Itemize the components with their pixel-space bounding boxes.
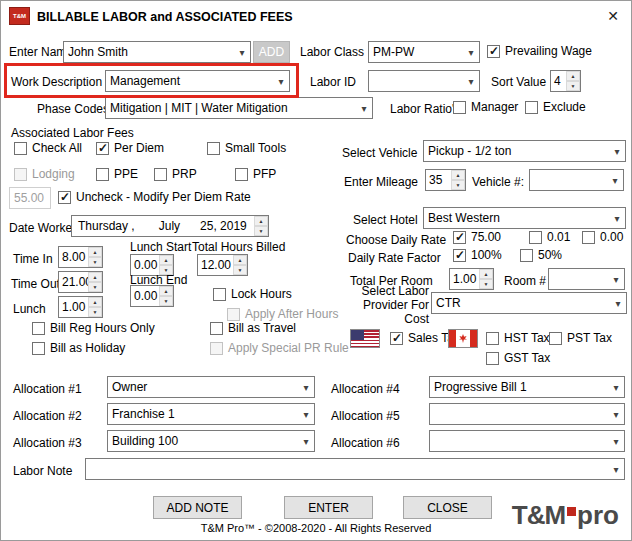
allocation-3-combobox[interactable]: Building 100 (107, 430, 315, 452)
spin-up-icon[interactable] (88, 297, 102, 307)
daily-rate-000-checkbox[interactable]: 0.00 (582, 231, 623, 244)
pst-tax-checkbox[interactable]: PST Tax (549, 332, 612, 345)
time-in-spinner[interactable]: 8.00 (58, 246, 103, 268)
chevron-down-icon[interactable] (273, 71, 289, 91)
ppe-checkbox[interactable]: PPE (96, 168, 138, 181)
allocation-3-label: Allocation #3 (13, 436, 82, 450)
checkbox-box (14, 142, 27, 155)
lunch-end-spinner[interactable]: 0.00 (130, 285, 174, 307)
allocation-5-combobox[interactable] (429, 403, 625, 425)
enter-mileage-spinner[interactable]: 35 (425, 169, 466, 191)
chevron-down-icon[interactable] (607, 170, 623, 190)
allocation-4-combobox[interactable]: Progressive Bill 1 (429, 376, 625, 398)
check-all-checkbox[interactable]: Check All (14, 142, 82, 155)
select-vehicle-combobox[interactable]: Pickup - 1/2 ton (423, 140, 626, 162)
spin-down-icon[interactable] (233, 265, 247, 275)
bill-as-holiday-checkbox[interactable]: Bill as Holiday (32, 342, 125, 355)
chevron-down-icon[interactable] (234, 42, 250, 62)
app-icon: T&M (9, 7, 30, 25)
spin-up-icon[interactable] (233, 255, 247, 265)
chevron-down-icon[interactable] (298, 431, 314, 451)
add-button[interactable]: ADD (253, 41, 290, 63)
labor-note-combobox[interactable] (85, 458, 625, 480)
room-number-combobox[interactable] (548, 268, 625, 290)
enter-name-combobox[interactable]: John Smith (63, 41, 251, 63)
chevron-down-icon[interactable] (608, 377, 624, 397)
close-icon[interactable]: ✕ (607, 8, 619, 24)
spin-down-icon[interactable] (479, 279, 493, 289)
spin-up-icon[interactable] (88, 247, 102, 257)
small-tools-checkbox[interactable]: Small Tools (207, 142, 286, 155)
spin-down-icon[interactable] (88, 257, 102, 267)
prp-checkbox[interactable]: PRP (154, 168, 197, 181)
spin-up-icon[interactable] (159, 255, 173, 265)
allocation-2-combobox[interactable]: Franchise 1 (107, 403, 315, 425)
logo-red-square (567, 507, 576, 516)
spin-down-icon[interactable] (88, 282, 102, 292)
manager-checkbox[interactable]: Manager (453, 101, 518, 114)
date-worked-picker[interactable]: Thursday , July 25, 2019 (71, 215, 269, 237)
chevron-down-icon[interactable] (609, 141, 625, 161)
checkbox-box (213, 288, 226, 301)
spin-down-icon[interactable] (451, 180, 465, 190)
small-tools-label: Small Tools (225, 142, 286, 155)
chevron-down-icon[interactable] (610, 293, 626, 313)
per-diem-checkbox[interactable]: Per Diem (96, 142, 164, 155)
work-description-combobox[interactable]: Management (105, 70, 290, 92)
exclude-checkbox[interactable]: Exclude (525, 101, 586, 114)
chevron-down-icon[interactable] (298, 404, 314, 424)
sort-value-spinner[interactable]: 4 (550, 70, 581, 92)
select-hotel-combobox[interactable]: Best Western (423, 207, 626, 229)
close-button[interactable]: CLOSE (403, 496, 492, 519)
prevailing-wage-checkbox[interactable]: Prevailing Wage (487, 45, 592, 58)
time-out-spinner[interactable]: 21.00 (58, 271, 103, 293)
labor-class-combobox[interactable]: PM-PW (368, 41, 480, 63)
daily-rate-75-checkbox[interactable]: 75.00 (453, 231, 501, 244)
chevron-down-icon[interactable] (463, 42, 479, 62)
spin-up-icon[interactable] (451, 170, 465, 180)
bill-reg-hours-only-checkbox[interactable]: Bill Reg Hours Only (32, 322, 155, 335)
uncheck-modify-per-diem-checkbox[interactable]: Uncheck - Modify Per Diem Rate (58, 191, 251, 204)
chevron-down-icon[interactable] (608, 431, 624, 451)
labor-id-combobox[interactable] (368, 70, 480, 92)
maple-leaf-icon (459, 334, 468, 343)
spin-up-icon[interactable] (254, 216, 268, 226)
chevron-down-icon[interactable] (608, 459, 624, 479)
bill-as-travel-checkbox[interactable]: Bill as Travel (210, 322, 296, 335)
spin-down-icon[interactable] (254, 226, 268, 236)
hst-tax-checkbox[interactable]: HST Tax (486, 332, 550, 345)
spin-down-icon[interactable] (566, 81, 580, 91)
factor-50-checkbox[interactable]: 50% (520, 249, 562, 262)
spin-down-icon[interactable] (88, 307, 102, 317)
labor-class-value: PM-PW (369, 42, 463, 62)
gst-tax-checkbox[interactable]: GST Tax (486, 352, 550, 365)
factor-100-checkbox[interactable]: 100% (453, 249, 502, 262)
total-hours-billed-spinner[interactable]: 12.00 (197, 254, 248, 276)
chevron-down-icon[interactable] (463, 71, 479, 91)
lock-hours-checkbox[interactable]: Lock Hours (213, 288, 292, 301)
lunch-spinner[interactable]: 1.00 (58, 296, 103, 318)
checkbox-box (525, 101, 538, 114)
chevron-down-icon[interactable] (608, 269, 624, 289)
vehicle-number-combobox[interactable] (529, 169, 624, 191)
spin-up-icon[interactable] (88, 272, 102, 282)
labor-provider-combobox[interactable]: CTR (431, 292, 627, 314)
enter-button[interactable]: ENTER (284, 496, 373, 519)
phase-codes-combobox[interactable]: Mitigation | MIT | Water Mitigation (105, 97, 373, 119)
spin-down-icon[interactable] (159, 296, 173, 306)
add-note-button[interactable]: ADD NOTE (153, 496, 242, 519)
spin-up-icon[interactable] (479, 269, 493, 279)
labor-id-value (369, 71, 463, 91)
spin-up-icon[interactable] (159, 286, 173, 296)
chevron-down-icon[interactable] (356, 98, 372, 118)
total-per-room-spinner[interactable]: 1.00 (449, 268, 494, 290)
chevron-down-icon[interactable] (608, 404, 624, 424)
pfp-checkbox[interactable]: PFP (235, 168, 276, 181)
chevron-down-icon[interactable] (298, 377, 314, 397)
allocation-1-combobox[interactable]: Owner (107, 376, 315, 398)
chevron-down-icon[interactable] (609, 208, 625, 228)
checkbox-box (96, 168, 109, 181)
daily-rate-001-checkbox[interactable]: 0.01 (529, 231, 570, 244)
allocation-6-combobox[interactable] (429, 430, 625, 452)
spin-up-icon[interactable] (566, 71, 580, 81)
